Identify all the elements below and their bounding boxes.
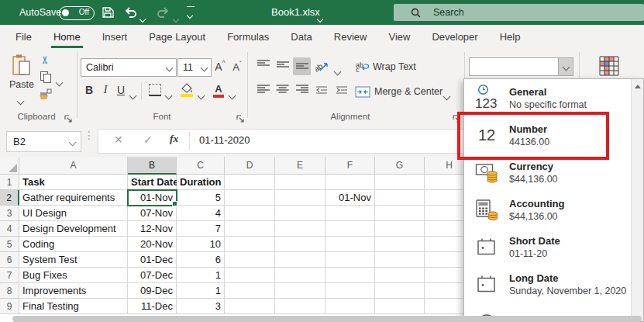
cell-F7[interactable] [325, 268, 375, 283]
cell-F5[interactable] [325, 237, 375, 252]
align-bottom-button[interactable] [293, 57, 311, 75]
font-size-combobox[interactable]: 11 [177, 58, 212, 77]
cell-G8[interactable] [375, 283, 425, 299]
copy-dropdown[interactable] [57, 74, 62, 88]
cell-E1[interactable] [275, 175, 325, 190]
merge-center-button[interactable]: Merge & Center [355, 82, 443, 101]
cell-D9[interactable] [225, 299, 275, 314]
cell-D8[interactable] [225, 283, 275, 299]
row-header-4[interactable]: 4 [0, 221, 19, 237]
alignment-dialog-launcher[interactable] [453, 113, 461, 121]
row-header-5[interactable]: 5 [0, 237, 19, 252]
cell-E9[interactable] [275, 299, 325, 314]
formula-input[interactable]: 01-11-2020 [199, 134, 250, 146]
cell-C7[interactable]: 1 [177, 268, 225, 283]
cell-D2[interactable] [225, 190, 275, 206]
cell-A9[interactable]: Final Testing [19, 299, 128, 314]
align-left-button[interactable] [254, 82, 272, 100]
formula-bar-resize-handle[interactable]: ⋮ [84, 129, 95, 141]
cell-C6[interactable]: 6 [177, 252, 225, 268]
cell-E7[interactable] [275, 268, 325, 283]
font-name-dropdown-icon[interactable] [162, 59, 176, 76]
cell-F3[interactable] [325, 206, 375, 221]
column-header-G[interactable]: G [375, 157, 425, 175]
cell-D5[interactable] [225, 237, 275, 252]
tab-home[interactable]: Home [43, 25, 91, 48]
wrap-text-button[interactable]: abc Wrap Text [355, 57, 416, 76]
cell-A2[interactable]: Gather requirements [19, 190, 128, 206]
cell-A7[interactable]: Bug Fixes [19, 268, 128, 283]
format-menu-item-currency[interactable]: Currency$44,136.00 [464, 154, 643, 191]
scroll-up-button[interactable] [632, 80, 642, 93]
horizontal-scrollbar[interactable] [12, 316, 642, 322]
font-color-button[interactable]: A [211, 81, 226, 99]
format-painter-button[interactable] [37, 87, 53, 101]
tab-developer[interactable]: Developer [421, 25, 488, 48]
align-middle-button[interactable] [274, 57, 291, 75]
cell-F9[interactable] [325, 299, 375, 314]
undo-dropdown[interactable] [140, 11, 145, 25]
cell-G1[interactable] [375, 175, 425, 190]
cell-F1[interactable] [325, 175, 375, 190]
column-header-D[interactable]: D [225, 157, 275, 175]
underline-dropdown[interactable] [130, 88, 136, 102]
format-menu-item-general[interactable]: 123GeneralNo specific format [464, 79, 643, 116]
cell-G5[interactable] [375, 237, 425, 252]
cell-B4[interactable]: 12-Nov [128, 221, 177, 237]
cell-A1[interactable]: Task [19, 175, 128, 190]
row-header-1[interactable]: 1 [0, 175, 19, 190]
column-header-E[interactable]: E [275, 157, 325, 175]
merge-center-dropdown[interactable] [444, 88, 449, 102]
title-dropdown-icon[interactable] [318, 11, 322, 25]
cell-A8[interactable]: Improvements [19, 283, 128, 299]
column-header-F[interactable]: F [325, 157, 375, 175]
increase-font-size-button[interactable]: A^ [212, 58, 228, 75]
fill-color-dropdown[interactable] [198, 88, 204, 102]
tab-data[interactable]: Data [280, 25, 322, 48]
decrease-font-size-button[interactable]: Aˇ [229, 58, 245, 75]
underline-button[interactable]: U [115, 81, 127, 99]
cell-C2[interactable]: 5 [177, 190, 225, 206]
orientation-button[interactable]: ab [313, 57, 332, 76]
document-title[interactable]: Book1.xlsx [271, 0, 320, 25]
paste-dropdown[interactable] [18, 93, 23, 107]
cell-E5[interactable] [275, 237, 325, 252]
font-name-combobox[interactable]: Calibri [81, 58, 177, 77]
number-format-combobox[interactable] [469, 57, 573, 76]
row-header-7[interactable]: 7 [0, 268, 19, 283]
cell-D1[interactable] [225, 175, 275, 190]
cell-A6[interactable]: System Test [19, 252, 128, 268]
cell-B6[interactable]: 01-Dec [128, 252, 177, 268]
name-box-dropdown-icon[interactable] [70, 136, 81, 147]
align-top-button[interactable] [254, 57, 272, 75]
save-button[interactable] [102, 6, 115, 22]
clipboard-dialog-launcher[interactable] [64, 113, 73, 121]
tab-review[interactable]: Review [323, 25, 378, 48]
cell-D6[interactable] [225, 252, 275, 268]
cell-G4[interactable] [375, 221, 425, 237]
format-menu-item-accounting[interactable]: Accounting$44,136.00 [464, 191, 643, 228]
select-all-button[interactable] [0, 157, 19, 175]
cut-button[interactable]: ✂ [37, 53, 53, 67]
borders-button[interactable] [147, 82, 163, 98]
cell-C4[interactable]: 7 [177, 221, 225, 237]
tab-formulas[interactable]: Formulas [216, 25, 280, 48]
tab-view[interactable]: View [377, 25, 421, 48]
tab-file[interactable]: File [5, 25, 43, 48]
cell-C9[interactable]: 3 [177, 299, 225, 314]
cell-A5[interactable]: Coding [19, 237, 128, 252]
cell-E8[interactable] [275, 283, 325, 299]
row-header-2[interactable]: 2 [0, 190, 19, 206]
align-center-button[interactable] [274, 82, 291, 100]
format-menu-item-short-date[interactable]: Short Date01-11-20 [464, 228, 643, 265]
row-header-6[interactable]: 6 [0, 252, 19, 268]
cell-C1[interactable]: Duration [177, 175, 225, 190]
cell-G6[interactable] [375, 252, 425, 268]
paste-label[interactable]: Paste [6, 79, 37, 90]
insert-function-button[interactable]: fx [170, 133, 178, 145]
search-input[interactable]: Search [394, 4, 644, 21]
format-menu-item-number[interactable]: 12Number44136.00 [464, 116, 643, 154]
decrease-indent-button[interactable] [313, 82, 330, 98]
redo-dropdown[interactable] [174, 11, 178, 25]
cell-B3[interactable]: 07-Nov [128, 206, 177, 221]
